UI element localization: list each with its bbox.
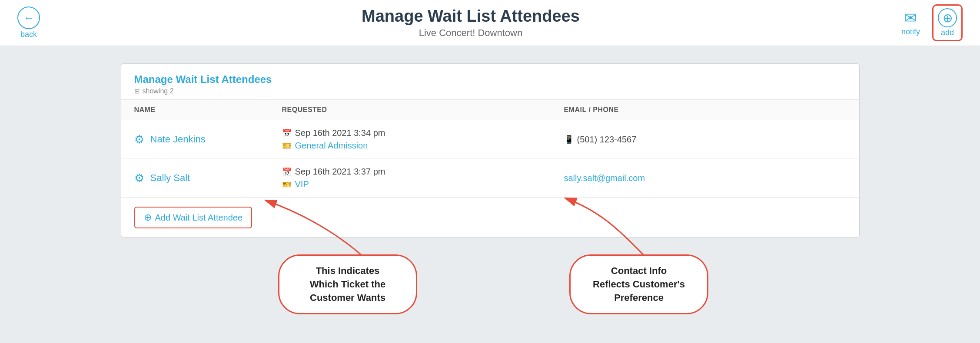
plus-circle-icon: ⊕ xyxy=(938,8,957,27)
name-cell-1: ⚙ Nate Jenkins xyxy=(134,133,282,146)
page-subtitle: Live Concert! Downtown xyxy=(362,27,580,39)
add-button[interactable]: ⊕ add xyxy=(932,4,963,41)
calendar-icon-1: 📅 xyxy=(282,129,292,138)
table-card-header: Manage Wait List Attendees ⊞ showing 2 xyxy=(121,64,859,100)
attendee-name-1[interactable]: Nate Jenkins xyxy=(150,134,206,145)
requested-date-2: 📅 Sep 16th 2021 3:37 pm xyxy=(282,167,564,177)
plus-icon: ⊕ xyxy=(144,212,152,223)
phone-icon-1: 📱 xyxy=(564,135,574,144)
contact-callout-bubble: Contact InfoReflects Customer'sPreferenc… xyxy=(569,254,708,314)
gear-icon-1[interactable]: ⚙ xyxy=(134,133,144,146)
ticket-icon-1: 🎫 xyxy=(282,141,292,151)
table-row: ⚙ Sally Salt 📅 Sep 16th 2021 3:37 pm 🎫 V… xyxy=(121,159,859,198)
ticket-link-1[interactable]: 🎫 General Admission xyxy=(282,141,564,151)
date-text-1: Sep 16th 2021 3:34 pm xyxy=(295,128,385,138)
gear-icon-2[interactable]: ⚙ xyxy=(134,172,144,185)
back-circle-icon[interactable]: ← xyxy=(17,7,40,29)
notify-label: notify xyxy=(901,27,920,36)
requested-cell-2: 📅 Sep 16th 2021 3:37 pm 🎫 VIP xyxy=(282,167,564,189)
col-header-name: NAME xyxy=(134,106,282,114)
date-text-2: Sep 16th 2021 3:37 pm xyxy=(295,167,385,177)
back-label: back xyxy=(20,30,37,39)
ticket-type-1: General Admission xyxy=(295,141,368,151)
requested-cell-1: 📅 Sep 16th 2021 3:34 pm 🎫 General Admiss… xyxy=(282,128,564,151)
contact-callout-text: Contact InfoReflects Customer'sPreferenc… xyxy=(593,265,685,303)
email-link-2[interactable]: sally.salt@gmail.com xyxy=(564,173,645,183)
header-actions: ✉ notify ⊕ add xyxy=(901,4,963,41)
page-title: Manage Wait List Attendees xyxy=(362,7,580,26)
requested-date-1: 📅 Sep 16th 2021 3:34 pm xyxy=(282,128,564,138)
ticket-callout-bubble: This IndicatesWhich Ticket theCustomer W… xyxy=(278,254,417,314)
main-content: Manage Wait List Attendees ⊞ showing 2 N… xyxy=(0,46,980,255)
table-card: Manage Wait List Attendees ⊞ showing 2 N… xyxy=(121,63,860,237)
contact-cell-2: sally.salt@gmail.com xyxy=(564,173,846,183)
contact-value-1: (501) 123-4567 xyxy=(577,135,637,145)
header: ← back Manage Wait List Attendees Live C… xyxy=(0,0,980,46)
table-row: ⚙ Nate Jenkins 📅 Sep 16th 2021 3:34 pm 🎫… xyxy=(121,120,859,159)
column-headers: NAME REQUESTED EMAIL / PHONE xyxy=(121,100,859,120)
add-row: ⊕ Add Wait List Attendee xyxy=(121,198,859,237)
table-card-title: Manage Wait List Attendees xyxy=(134,73,846,86)
attendee-name-2[interactable]: Sally Salt xyxy=(150,172,190,184)
envelope-icon: ✉ xyxy=(904,9,917,26)
ticket-type-2: VIP xyxy=(295,179,309,189)
contact-cell-1: 📱 (501) 123-4567 xyxy=(564,135,846,145)
header-center: Manage Wait List Attendees Live Concert!… xyxy=(362,7,580,39)
add-label: add xyxy=(941,28,954,37)
ticket-link-2[interactable]: 🎫 VIP xyxy=(282,179,564,189)
col-header-contact: EMAIL / PHONE xyxy=(564,106,846,114)
back-button[interactable]: ← back xyxy=(17,7,40,39)
calendar-icon-2: 📅 xyxy=(282,167,292,177)
col-header-requested: REQUESTED xyxy=(282,106,564,114)
name-cell-2: ⚙ Sally Salt xyxy=(134,172,282,185)
add-attendee-label: Add Wait List Attendee xyxy=(155,213,243,223)
add-attendee-button[interactable]: ⊕ Add Wait List Attendee xyxy=(134,207,252,228)
grid-icon: ⊞ xyxy=(134,87,140,95)
ticket-callout-text: This IndicatesWhich Ticket theCustomer W… xyxy=(310,265,385,303)
table-card-subtitle: ⊞ showing 2 xyxy=(134,87,846,95)
showing-count: showing 2 xyxy=(143,87,174,95)
ticket-icon-2: 🎫 xyxy=(282,180,292,189)
notify-button[interactable]: ✉ notify xyxy=(901,9,920,36)
